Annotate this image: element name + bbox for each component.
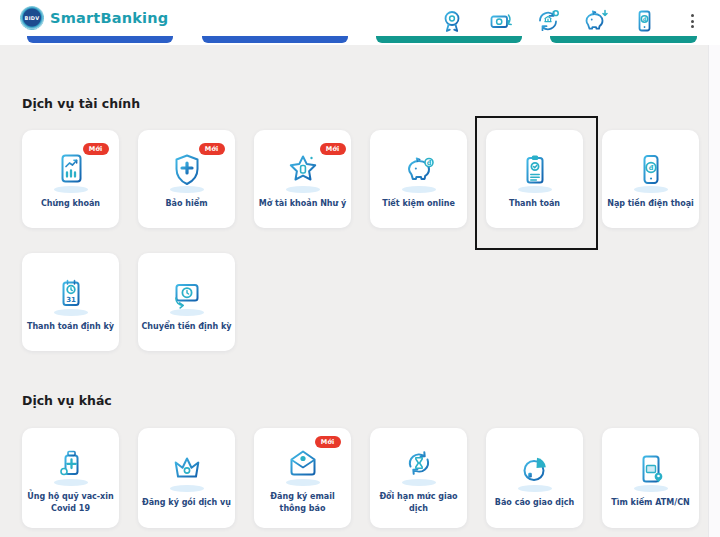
service-card-chuyen-tien-dinh-ky[interactable]: Chuyển tiền định kỳ	[138, 253, 235, 351]
service-card-dang-ky-goi-dich-vu[interactable]: Đăng ký gói dịch vụ	[138, 428, 235, 528]
tab-indicator-2[interactable]	[202, 36, 348, 43]
header-action-piggy-deposit[interactable]	[582, 7, 610, 35]
service-card-nap-tien-dien-thoai[interactable]: đ Nạp tiền điện thoại	[602, 130, 699, 228]
service-card-thanh-toan[interactable]: Thanh toán	[486, 130, 583, 228]
header-action-money-exchange[interactable]	[486, 7, 514, 35]
service-card-ung-ho-quy-vacxin[interactable]: Ủng hộ quỹ vac-xin Covid 19	[22, 428, 119, 528]
money-exchange-icon	[487, 8, 513, 34]
service-icon-box: Mới	[280, 441, 326, 485]
service-icon-box: 31	[48, 271, 94, 315]
bank-transfer-icon	[535, 8, 561, 34]
service-card-label: Đổi hạn mức giao dịch	[373, 491, 464, 514]
tab-indicator-4[interactable]	[550, 36, 697, 43]
new-badge: Mới	[320, 143, 346, 155]
crown-icon	[167, 449, 207, 489]
service-icon-box	[512, 447, 558, 491]
service-card-label: Bảo hiểm	[166, 198, 208, 210]
service-card-doi-han-muc[interactable]: Đổi hạn mức giao dịch	[370, 428, 467, 528]
other-services-grid: Ủng hộ quỹ vac-xin Covid 19 Đăng ký gói …	[22, 428, 699, 528]
service-icon-box	[396, 441, 442, 485]
atm-search-icon	[631, 449, 671, 489]
piggy-deposit-icon	[582, 8, 610, 34]
calendar-clock-icon: 31	[51, 273, 91, 313]
piggy-bank-icon: đ	[399, 150, 439, 190]
limit-change-icon	[399, 443, 439, 483]
service-card-bao-cao-giao-dich[interactable]: Báo cáo giao dịch	[486, 428, 583, 528]
service-card-mo-tai-khoan-nhu-y[interactable]: Mới Mở tài khoản Như ý	[254, 130, 351, 228]
new-badge: Mới	[83, 143, 109, 155]
email-notification-icon	[283, 443, 323, 483]
phone-topup-icon: đ	[631, 150, 671, 190]
service-card-thanh-toan-dinh-ky[interactable]: 31 Thanh toán định kỳ	[22, 253, 119, 351]
shield-plus-icon	[167, 150, 207, 190]
mobile-topup-icon: đ	[631, 8, 657, 34]
service-card-label: Mở tài khoản Như ý	[259, 198, 346, 210]
scrollbar-track[interactable]	[708, 45, 720, 537]
header-actions: đ	[438, 7, 706, 35]
service-card-dang-ky-email[interactable]: Mới Đăng ký email thông báo	[254, 428, 351, 528]
header-action-bank-transfer[interactable]	[534, 7, 562, 35]
overflow-menu-button[interactable]	[678, 7, 706, 35]
clipboard-check-icon	[515, 150, 555, 190]
service-card-label: Thanh toán định kỳ	[27, 321, 114, 333]
service-card-label: Đăng ký gói dịch vụ	[142, 497, 231, 509]
service-card-tiet-kiem-online[interactable]: đ Tiết kiệm online	[370, 130, 467, 228]
report-chart-icon	[515, 449, 555, 489]
service-icon-box	[164, 271, 210, 315]
svg-text:31: 31	[66, 296, 76, 304]
service-icon-box: đ	[396, 148, 442, 192]
service-card-bao-hiem[interactable]: Mới Bảo hiểm	[138, 130, 235, 228]
rewards-badge-icon	[439, 8, 465, 34]
service-icon-box	[512, 148, 558, 192]
financial-services-grid: Mới Chứng khoán Mới Bảo hiểm Mới	[22, 130, 699, 351]
service-card-label: Thanh toán	[509, 198, 560, 210]
app-title: SmartBanking	[50, 10, 168, 26]
service-card-chung-khoan[interactable]: Mới Chứng khoán	[22, 130, 119, 228]
vaccine-fund-icon	[51, 443, 91, 483]
header-action-rewards[interactable]	[438, 7, 466, 35]
bidv-logo-icon: BIDV	[20, 6, 44, 30]
service-icon-box	[164, 447, 210, 491]
service-card-tim-kiem-atm[interactable]: Tìm kiếm ATM/CN	[602, 428, 699, 528]
tab-indicator-3[interactable]	[376, 36, 522, 43]
stock-document-icon	[51, 150, 91, 190]
service-card-label: Báo cáo giao dịch	[495, 497, 574, 509]
new-badge: Mới	[315, 436, 341, 448]
bidv-logo-text: BIDV	[25, 15, 40, 21]
service-card-label: Chứng khoán	[41, 198, 100, 210]
svg-text:đ: đ	[426, 159, 431, 167]
kebab-menu-icon	[691, 14, 694, 28]
service-card-label: Tiết kiệm online	[382, 198, 455, 210]
transfer-clock-icon	[167, 273, 207, 313]
service-icon-box	[48, 441, 94, 485]
service-icon-box: Mới	[280, 148, 326, 192]
service-card-label: Ủng hộ quỹ vac-xin Covid 19	[25, 491, 116, 514]
service-card-label: Đăng ký email thông báo	[257, 491, 348, 514]
app-logo: BIDV SmartBanking	[20, 6, 168, 30]
section-title-other-services: Dịch vụ khác	[22, 393, 112, 408]
tab-indicator-1[interactable]	[27, 36, 173, 43]
service-icon-box	[628, 447, 674, 491]
service-card-label: Tìm kiếm ATM/CN	[611, 497, 689, 509]
header-action-mobile-topup[interactable]: đ	[630, 7, 658, 35]
svg-text:đ: đ	[648, 164, 653, 172]
section-title-financial-services: Dịch vụ tài chính	[22, 96, 140, 111]
star-account-icon	[283, 150, 323, 190]
service-icon-box: đ	[628, 148, 674, 192]
svg-text:đ: đ	[643, 17, 647, 22]
new-badge: Mới	[199, 143, 225, 155]
service-card-label: Chuyển tiền định kỳ	[141, 321, 231, 333]
service-icon-box: Mới	[48, 148, 94, 192]
service-icon-box: Mới	[164, 148, 210, 192]
service-card-label: Nạp tiền điện thoại	[607, 198, 694, 210]
